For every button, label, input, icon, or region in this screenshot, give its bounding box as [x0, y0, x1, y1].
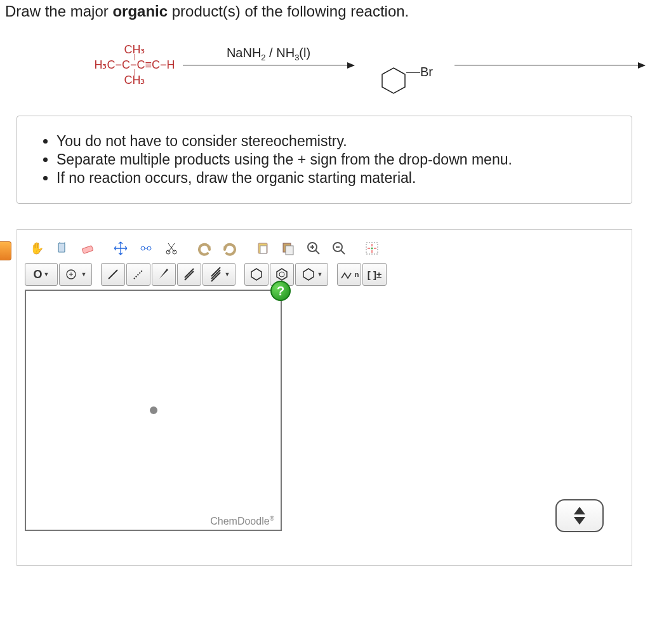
move-tool-icon[interactable]: [109, 236, 133, 260]
help-button[interactable]: ?: [270, 281, 291, 301]
svg-marker-33: [277, 269, 287, 280]
cyclohexane-icon: [380, 67, 408, 95]
toolbar-row-1: ✋: [25, 236, 624, 260]
single-bond-button[interactable]: [101, 263, 125, 286]
question-text: Draw the major organic product(s) of the…: [5, 3, 645, 20]
svg-rect-1: [58, 243, 65, 252]
wedge-bond-button[interactable]: [152, 263, 176, 286]
question-prefix: Draw the major: [5, 3, 112, 20]
atom-oxygen-button[interactable]: O▼: [25, 263, 58, 286]
canvas-start-atom[interactable]: [150, 406, 157, 414]
svg-rect-9: [260, 246, 267, 253]
br-label: Br: [420, 65, 433, 79]
clean-tool-icon[interactable]: [134, 236, 158, 260]
question-bold: organic: [112, 3, 168, 20]
ring-button[interactable]: ▼: [295, 263, 328, 286]
question-suffix: product(s) of the following reaction.: [168, 3, 409, 20]
instruction-item: Separate multiple products using the + s…: [56, 151, 616, 168]
chain-button[interactable]: n: [337, 263, 361, 286]
help-icon: ?: [277, 284, 284, 299]
svg-point-34: [279, 272, 284, 277]
drawing-area: ✋: [17, 229, 632, 566]
instructions-box: You do not have to consider stereochemis…: [17, 116, 632, 204]
stepper-up-icon[interactable]: [574, 507, 585, 514]
svg-rect-11: [286, 246, 293, 255]
reaction-scheme: CH₃ | H₃C−C−C≡C−H | CH₃ NaNH2 / NH3(l) B…: [93, 33, 645, 97]
zoom-in-icon[interactable]: [302, 236, 326, 260]
hand-tool-icon[interactable]: ✋: [25, 236, 49, 260]
cut-tool-icon[interactable]: [159, 236, 183, 260]
center-icon[interactable]: [360, 236, 384, 260]
molecule-bot: CH₃: [93, 75, 176, 85]
redo-icon[interactable]: [218, 236, 242, 260]
double-bond-button[interactable]: [177, 263, 201, 286]
zoom-out-icon[interactable]: [327, 236, 351, 260]
triple-bond-button[interactable]: ▼: [202, 263, 235, 286]
stepper-down-icon[interactable]: [574, 517, 585, 525]
undo-icon[interactable]: [192, 236, 216, 260]
svg-point-3: [141, 246, 145, 250]
toolbar-row-2: O▼ ▼ ▼: [25, 263, 624, 286]
svg-marker-0: [382, 68, 405, 93]
copy-icon[interactable]: [276, 236, 300, 260]
svg-marker-32: [251, 269, 262, 280]
cyclohexane-button[interactable]: [244, 263, 269, 286]
svg-marker-26: [159, 269, 168, 279]
side-tab[interactable]: [0, 241, 11, 260]
reagent-label-1: NaNH2 / NH3(l): [183, 46, 354, 62]
svg-line-17: [341, 250, 345, 254]
answer-stepper[interactable]: [555, 499, 604, 532]
reaction-arrow-1: NaNH2 / NH3(l): [183, 65, 354, 65]
instruction-item: You do not have to consider stereochemis…: [56, 133, 616, 150]
starting-material: CH₃ | H₃C−C−C≡C−H | CH₃: [93, 44, 176, 85]
paste-icon[interactable]: [251, 236, 275, 260]
svg-line-25: [134, 270, 143, 279]
lasso-tool-icon[interactable]: [50, 236, 74, 260]
bracket-button[interactable]: [ ]±: [362, 263, 387, 286]
svg-line-13: [315, 250, 319, 254]
chemdoodle-brand: ChemDoodle®: [210, 515, 274, 527]
svg-point-20: [371, 248, 373, 250]
svg-rect-2: [82, 246, 93, 254]
svg-point-4: [147, 246, 151, 250]
instruction-item: If no reaction occurs, draw the organic …: [56, 170, 616, 187]
reaction-arrow-2: [454, 65, 645, 65]
dashed-bond-button[interactable]: [126, 263, 150, 286]
svg-line-24: [109, 270, 117, 279]
drawing-canvas[interactable]: ? ChemDoodle®: [25, 290, 282, 531]
svg-marker-35: [303, 269, 314, 280]
charge-button[interactable]: ▼: [59, 263, 92, 286]
eraser-tool-icon[interactable]: [76, 236, 100, 260]
